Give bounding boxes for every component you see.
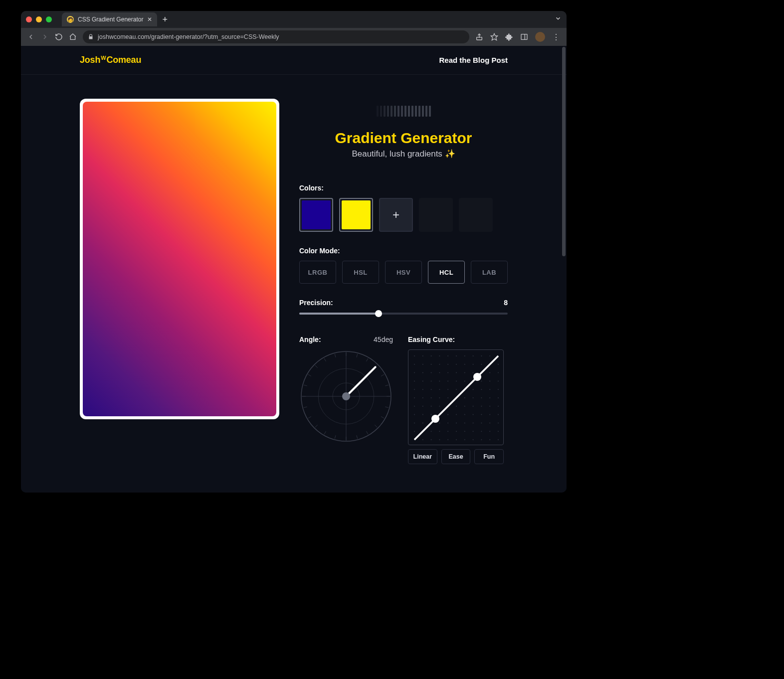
svg-point-148 [498,414,499,415]
precision-slider[interactable] [299,313,508,315]
easing-preset-ease[interactable]: Ease [441,449,471,464]
add-color-button[interactable]: + [379,198,413,232]
svg-point-88 [447,364,448,365]
svg-rect-2 [521,34,527,40]
svg-point-101 [464,439,465,440]
color-mode-hsv[interactable]: HSV [385,261,422,284]
share-icon[interactable] [475,33,483,41]
star-icon[interactable] [490,33,498,41]
svg-point-89 [447,355,448,356]
browser-tabstrip: 🧑 CSS Gradient Generator ✕ + [21,11,567,28]
browser-tab[interactable]: 🧑 CSS Gradient Generator ✕ [62,12,157,26]
svg-point-115 [473,414,474,415]
svg-point-150 [498,397,499,398]
blog-post-link[interactable]: Read the Blog Post [439,56,508,64]
color-mode-hcl[interactable]: HCL [428,261,465,284]
svg-line-18 [315,425,318,427]
color-well[interactable] [299,198,333,232]
color-well[interactable] [339,198,373,232]
decorative-bars [299,106,508,117]
svg-point-156 [431,415,439,423]
chevron-down-icon[interactable] [555,15,562,24]
svg-point-86 [447,380,448,381]
home-button[interactable] [69,33,77,41]
svg-point-52 [422,389,423,390]
svg-line-28 [357,354,358,357]
svg-point-74 [439,389,440,390]
fullscreen-window-icon[interactable] [46,16,52,22]
svg-point-37 [414,422,415,423]
back-button[interactable] [27,33,35,41]
svg-point-87 [447,372,448,373]
profile-avatar[interactable] [535,32,545,42]
svg-point-146 [498,431,499,432]
angle-value: 45deg [374,336,393,343]
forward-button[interactable] [41,33,49,41]
svg-point-58 [431,431,432,432]
color-mode-row: LRGBHSLHSVHCLLAB [299,261,508,284]
svg-point-66 [431,364,432,365]
browser-toolbar: joshwcomeau.com/gradient-generator/?utm_… [21,28,567,46]
new-tab-button[interactable]: + [162,14,168,25]
svg-point-91 [456,431,457,432]
gradient-preview-card [80,99,279,419]
angle-dial[interactable] [299,349,393,443]
svg-point-78 [439,355,440,356]
color-mode-lrgb[interactable]: LRGB [299,261,336,284]
svg-line-24 [315,365,318,368]
page-scrollbar[interactable] [562,47,566,256]
svg-point-61 [431,406,432,407]
svg-point-54 [422,372,423,373]
svg-line-25 [324,358,326,361]
reload-button[interactable] [55,33,63,41]
kebab-menu-icon[interactable]: ⋮ [552,32,561,42]
color-mode-hsl[interactable]: HSL [342,261,379,284]
svg-point-76 [439,372,440,373]
svg-point-144 [489,355,490,356]
svg-point-45 [414,355,415,356]
easing-editor[interactable] [408,349,504,445]
close-window-icon[interactable] [26,16,32,22]
svg-point-149 [498,406,499,407]
svg-point-50 [422,406,423,407]
favicon-icon: 🧑 [67,16,74,23]
plus-icon: + [392,208,399,222]
svg-marker-1 [491,33,497,40]
svg-point-43 [414,372,415,373]
svg-point-123 [481,439,482,440]
svg-point-151 [498,389,499,390]
window-controls[interactable] [26,16,52,22]
svg-line-17 [324,431,326,434]
svg-line-16 [335,435,336,439]
svg-point-134 [489,439,490,440]
extensions-icon[interactable] [505,33,513,41]
svg-point-44 [414,364,415,365]
close-tab-icon[interactable]: ✕ [147,16,152,23]
svg-line-12 [375,425,377,427]
svg-point-132 [481,364,482,365]
svg-point-100 [456,355,457,356]
svg-point-120 [473,372,474,373]
svg-point-118 [473,389,474,390]
svg-point-111 [464,355,465,356]
address-bar[interactable]: joshwcomeau.com/gradient-generator/?utm_… [83,30,469,43]
color-mode-lab[interactable]: LAB [471,261,508,284]
easing-preset-linear[interactable]: Linear [408,449,437,464]
site-logo[interactable]: Josh W Comeau [80,55,141,65]
svg-point-63 [431,389,432,390]
svg-point-141 [489,380,490,381]
svg-point-53 [422,380,423,381]
svg-point-34 [342,392,350,400]
svg-point-57 [431,439,432,440]
panel-icon[interactable] [520,33,528,41]
svg-point-133 [481,355,482,356]
svg-point-126 [481,414,482,415]
angle-label: Angle: [299,336,321,343]
easing-preset-fun[interactable]: Fun [474,449,504,464]
slider-thumb[interactable] [375,310,382,317]
svg-line-20 [304,407,307,408]
tab-title: CSS Gradient Generator [78,16,143,23]
svg-point-92 [456,422,457,423]
svg-point-98 [456,372,457,373]
minimize-window-icon[interactable] [36,16,42,22]
